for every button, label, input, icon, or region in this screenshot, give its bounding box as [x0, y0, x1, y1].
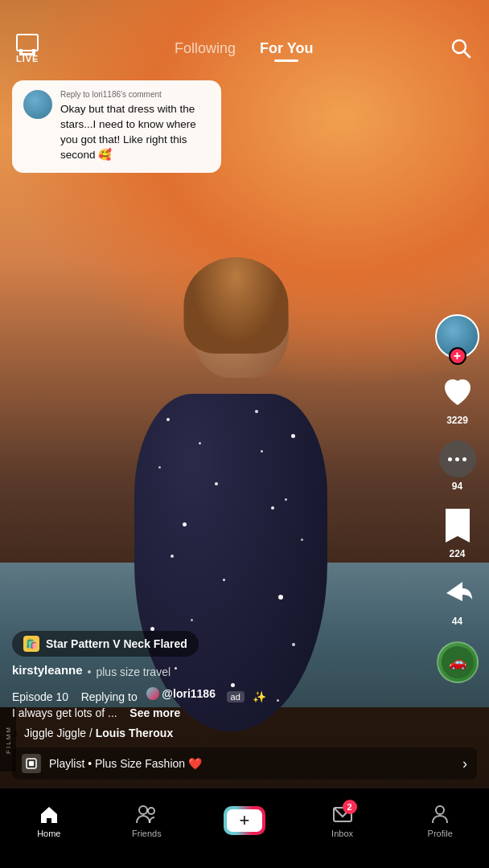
live-badge: LIVE — [16, 34, 39, 63]
like-button[interactable]: 3229 — [438, 373, 477, 426]
comment-content: Reply to lori1186's comment Okay but tha… — [60, 90, 210, 163]
friends-label: Friends — [132, 829, 162, 838]
playlist-svg-icon — [26, 758, 37, 769]
comment-text: Okay but that dress with the stars...I n… — [60, 102, 210, 163]
create-button[interactable]: + — [224, 806, 265, 835]
inbox-label: Inbox — [331, 829, 353, 838]
profile-icon — [429, 803, 451, 825]
share-svg — [440, 575, 475, 611]
creator-avatar-container[interactable]: + — [435, 314, 479, 358]
comment-bubble: Reply to lori1186's comment Okay but tha… — [12, 80, 221, 173]
desc-replying: Replying to — [81, 690, 138, 702]
heart-icon — [440, 375, 475, 410]
search-button[interactable] — [449, 36, 473, 60]
mention-tag[interactable]: @lori1186 — [162, 686, 216, 702]
commenter-avatar — [23, 90, 52, 119]
chevron-right-icon: › — [462, 755, 467, 772]
svg-line-1 — [464, 51, 470, 57]
svg-point-6 — [139, 806, 147, 814]
music-info[interactable]: Jiggle Jiggle / Louis Theroux — [24, 727, 173, 739]
creator-name[interactable]: kirstyleanne — [12, 663, 83, 677]
music-artist: Louis Theroux — [96, 727, 173, 739]
nav-tabs: Following For You — [175, 40, 313, 57]
playlist-left: Playlist • Plus Size Fashion ❤️ — [22, 754, 202, 773]
profile-svg — [429, 804, 450, 825]
product-name: Star Pattern V Neck Flared — [46, 637, 187, 650]
nav-create[interactable]: + — [220, 806, 269, 835]
friends-svg — [135, 804, 158, 825]
create-plus-icon: + — [227, 809, 262, 832]
ad-label: ad — [227, 691, 244, 702]
profile-label: Profile — [428, 829, 453, 838]
nav-inbox[interactable]: 2 Inbox — [318, 803, 367, 838]
share-button[interactable]: 44 — [438, 574, 477, 627]
tab-for-you[interactable]: For You — [260, 40, 313, 57]
home-icon — [38, 803, 60, 825]
search-icon — [450, 38, 471, 59]
bookmark-count: 224 — [449, 548, 465, 559]
music-title: Jiggle Jiggle — [24, 727, 86, 739]
music-note-icon: ♪ — [12, 727, 18, 739]
top-bar: LIVE Following For You — [0, 0, 489, 80]
follow-plus-button[interactable]: + — [449, 347, 466, 365]
friends-icon — [135, 803, 158, 825]
bottom-nav: Home Friends + 2 Inbox — [0, 788, 489, 868]
music-row: ♪ Jiggle Jiggle / Louis Theroux — [12, 727, 477, 739]
nav-profile[interactable]: Profile — [416, 803, 464, 838]
product-tag[interactable]: 🛍️ Star Pattern V Neck Flared — [12, 631, 199, 657]
plus-symbol: + — [240, 810, 250, 831]
hair — [184, 257, 289, 354]
bookmark-button[interactable]: 224 — [438, 506, 477, 559]
nav-friends[interactable]: Friends — [122, 803, 171, 838]
inbox-badge: 2 — [343, 800, 357, 814]
home-svg — [39, 804, 60, 825]
playlist-icon — [22, 754, 41, 773]
bookmark-icon — [438, 506, 477, 545]
video-description: Episode 10 Replying to @lori1186 ad ✨ I … — [12, 686, 477, 723]
mention-container: @lori1186 — [146, 686, 216, 702]
desc-episode: Episode 10 — [12, 690, 68, 702]
share-count: 44 — [452, 616, 462, 627]
shop-icon: 🛍️ — [23, 636, 39, 652]
desc-text: I always get lots of ... — [12, 706, 117, 719]
reply-to-label: Reply to lori1186's comment — [60, 90, 210, 99]
comment-count: 94 — [452, 481, 462, 492]
tab-following[interactable]: Following — [175, 40, 236, 57]
comment-button[interactable]: 94 — [439, 440, 476, 492]
inbox-icon: 2 — [331, 803, 354, 825]
heart-icon-container — [438, 373, 477, 411]
like-count: 3229 — [446, 415, 468, 426]
bottom-overlay: 🛍️ Star Pattern V Neck Flared kirstylean… — [0, 631, 489, 780]
bookmark-svg — [442, 507, 473, 544]
svg-point-9 — [436, 806, 444, 814]
nav-home[interactable]: Home — [25, 803, 73, 838]
creator-subtitle: • — [88, 665, 92, 678]
share-icon — [438, 574, 477, 612]
creator-category: plus size travel — [96, 665, 171, 678]
see-more-button[interactable]: See more — [129, 706, 180, 719]
action-bar: + 3229 94 224 — [435, 314, 479, 683]
comment-icon — [439, 440, 476, 477]
home-label: Home — [37, 829, 60, 838]
svg-rect-5 — [29, 761, 34, 766]
svg-point-7 — [148, 808, 154, 814]
tv-icon — [16, 34, 39, 51]
playlist-row[interactable]: Playlist • Plus Size Fashion ❤️ › — [12, 747, 477, 780]
playlist-text: Playlist • Plus Size Fashion ❤️ — [49, 757, 202, 770]
